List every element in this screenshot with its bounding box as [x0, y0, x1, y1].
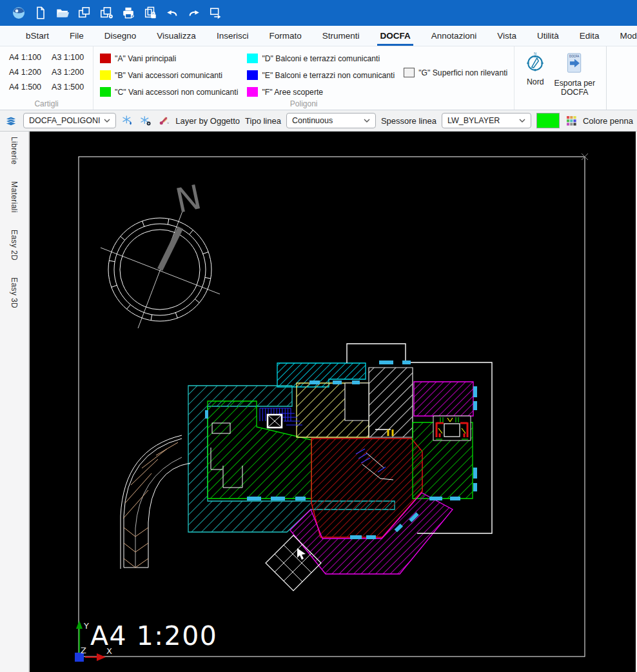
redo-icon[interactable]	[186, 5, 202, 21]
legend-item-f[interactable]: "F" Aree scoperte	[247, 85, 395, 99]
layer-temperature-icon[interactable]	[157, 113, 170, 128]
nord-compass-icon: N	[525, 52, 545, 76]
sidebar-tab-easy-2d[interactable]: Easy 2D	[10, 230, 19, 261]
region-aree-f-nord[interactable]	[414, 382, 473, 416]
legend-swatch-f	[247, 87, 258, 97]
legend-item-c[interactable]: "C" Vani accessori non comunicanti	[100, 85, 238, 99]
legend-column: "D" Balconi e terrazzi comunicanti"E" Ba…	[247, 52, 395, 99]
layer-select-value: DOCFA_POLIGONI	[29, 116, 100, 125]
layer-select[interactable]: DOCFA_POLIGONI	[23, 113, 116, 128]
ucs-label-z: Z	[81, 646, 86, 655]
legend-item-d[interactable]: "D" Balconi e terrazzi comunicanti	[247, 52, 395, 65]
group-title-poligoni: Poligoni	[93, 99, 514, 108]
menu-item-docfa[interactable]: DOCFA	[369, 26, 420, 46]
legend-item-e[interactable]: "E" Balconi e terrazzi non comunicanti	[247, 68, 395, 82]
legend-column: "A" Vani principali"B" Vani accessori co…	[100, 52, 238, 99]
export-docfa-button[interactable]: DOCFA Esporta per DOCFA	[549, 50, 600, 98]
open-folder-icon[interactable]	[54, 5, 71, 21]
quick-access-toolbar	[0, 0, 637, 26]
undo-icon[interactable]	[164, 5, 181, 21]
linetype-select-value: Continuous	[292, 116, 333, 125]
properties-toolbar: DOCFA_POLIGONI Layer by Oggetto Tipo lin…	[0, 110, 637, 132]
sidebar-tab-librerie[interactable]: Librerie	[10, 137, 19, 164]
cartiglio-a4-1-200[interactable]: A4 1:200	[9, 68, 41, 77]
room-notch	[345, 383, 369, 420]
cartiglio-a3-1-500[interactable]: A3 1:500	[52, 83, 84, 92]
nord-label: Nord	[527, 77, 544, 86]
ucs-label-y: Y	[83, 621, 89, 631]
drawing-area[interactable]: NYZXA4 1:200	[30, 132, 636, 672]
legend-item-b[interactable]: "B" Vani accessori comunicanti	[100, 68, 238, 82]
polygon-legend: "A" Vani principali"B" Vani accessori co…	[100, 50, 507, 99]
lineweight-select[interactable]: LW_BYLAYER	[442, 113, 531, 128]
legend-swatch-c	[100, 87, 111, 97]
menu-item-inserisci[interactable]: Inserisci	[206, 26, 259, 46]
legend-item-a[interactable]: "A" Vani principali	[100, 52, 238, 65]
lineweight-select-value: LW_BYLAYER	[447, 116, 500, 125]
legend-item-g[interactable]: "G" Superfici non rilevanti	[404, 66, 507, 79]
cartiglio-a4-1-100[interactable]: A4 1:100	[9, 53, 41, 62]
menu-item-moduli[interactable]: Moduli	[610, 26, 637, 46]
legend-swatch-e	[247, 70, 258, 80]
menu-bar: bStartFileDisegnoVisualizzaInserisciForm…	[0, 26, 637, 46]
color-palette-icon[interactable]	[565, 113, 578, 128]
menu-item-disegno[interactable]: Disegno	[94, 26, 147, 46]
menu-item-file[interactable]: File	[59, 26, 94, 46]
sidebar-tab-easy-3d[interactable]: Easy 3D	[10, 277, 19, 308]
legend-label-g: "G" Superfici non rilevanti	[418, 68, 507, 77]
export-docfa-label: Esporta per DOCFA	[553, 79, 596, 97]
ribbon-group-poligoni: "A" Vani principali"B" Vani accessori co…	[93, 46, 514, 110]
drawing-canvas[interactable]: NYZXA4 1:200	[30, 132, 636, 672]
menu-item-vista[interactable]: Vista	[487, 26, 527, 46]
menu-item-bstart[interactable]: bStart	[15, 26, 59, 46]
cartiglio-a4-1-500[interactable]: A4 1:500	[9, 83, 41, 92]
legend-swatch-g	[404, 68, 415, 77]
save-as-icon[interactable]	[98, 5, 115, 21]
nord-button[interactable]: N Nord	[521, 50, 549, 88]
legend-column: "G" Superfici non rilevanti	[404, 52, 507, 99]
menu-item-edita[interactable]: Edita	[569, 26, 610, 46]
svg-text:DOCFA: DOCFA	[569, 55, 579, 58]
legend-swatch-d	[247, 54, 258, 63]
layer-freeze-icon[interactable]	[121, 113, 134, 128]
cartiglio-a3-1-100[interactable]: A3 1:100	[52, 53, 84, 62]
legend-label-d: "D" Balconi e terrazzi comunicanti	[262, 54, 380, 63]
legend-swatch-b	[100, 70, 111, 80]
legend-label-f: "F" Aree scoperte	[262, 88, 323, 97]
ribbon-group-docfa-tools: N Nord DOCFA Esporta per DOCFA	[514, 46, 607, 110]
layers-icon[interactable]	[4, 113, 18, 128]
lineweight-label: Spessore linea	[381, 116, 436, 126]
layer-freeze-viewport-icon[interactable]	[139, 113, 152, 128]
legend-label-b: "B" Vani accessori comunicanti	[115, 71, 222, 80]
sidebar-tab-materiali[interactable]: Materiali	[10, 181, 19, 213]
print-icon[interactable]	[120, 5, 137, 21]
menu-item-annotazioni[interactable]: Annotazioni	[421, 26, 487, 46]
group-title-cartigli: Cartigli	[0, 99, 93, 108]
import-icon[interactable]	[208, 5, 224, 21]
new-file-icon[interactable]	[32, 5, 49, 21]
legend-label-a: "A" Vani principali	[115, 54, 176, 63]
ribbon-empty-space	[607, 46, 637, 110]
menu-item-formato[interactable]: Formato	[259, 26, 311, 46]
layer-by-object-label: Layer by Oggetto	[175, 116, 240, 126]
region-room-white[interactable]	[369, 368, 413, 437]
menu-item-strumenti[interactable]: Strumenti	[312, 26, 370, 46]
export-docfa-icon: DOCFA	[565, 52, 584, 77]
cartiglio-a3-1-200[interactable]: A3 1:200	[52, 68, 84, 77]
chevron-down-icon	[364, 119, 370, 123]
chevron-down-icon	[519, 119, 525, 123]
copy-icon[interactable]	[142, 5, 159, 21]
save-icon[interactable]	[76, 5, 93, 21]
menu-item-visualizza[interactable]: Visualizza	[146, 26, 206, 46]
ribbon-group-cartigli: A4 1:100A3 1:100A4 1:200A3 1:200A4 1:500…	[0, 46, 93, 110]
chevron-down-icon	[104, 119, 110, 123]
menu-item-utilit[interactable]: Utilità	[527, 26, 569, 46]
svg-text:N: N	[534, 52, 536, 55]
left-panel-tabs: LibrerieMaterialiEasy 2DEasy 3D	[0, 132, 30, 672]
linetype-select[interactable]: Continuous	[286, 113, 376, 128]
pen-color-swatch[interactable]	[536, 113, 560, 128]
cartigli-buttons: A4 1:100A3 1:100A4 1:200A3 1:200A4 1:500…	[6, 50, 86, 94]
legend-label-c: "C" Vani accessori non comunicanti	[115, 88, 238, 97]
legend-swatch-a	[100, 54, 111, 63]
app-logo[interactable]	[10, 5, 27, 21]
